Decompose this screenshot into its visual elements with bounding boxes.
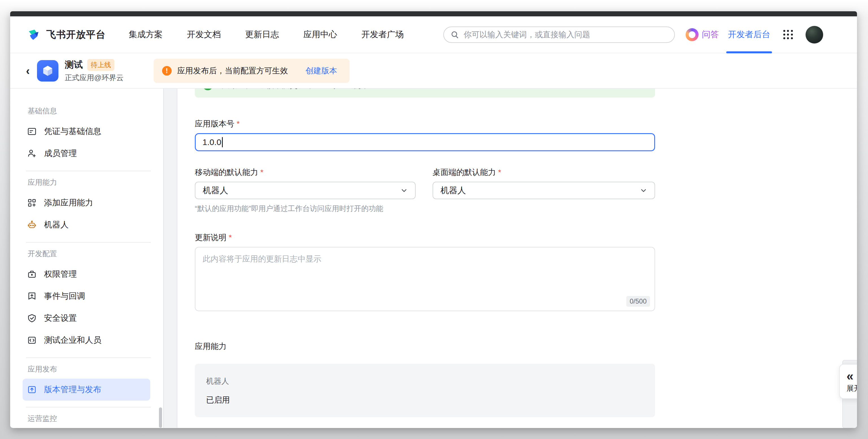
double-chevron-left-icon: « — [846, 370, 853, 382]
sidebar-divider — [26, 242, 151, 243]
nav-app-center[interactable]: 应用中心 — [303, 29, 337, 40]
update-notes-label: 更新说明* — [195, 232, 655, 243]
sidebar-section-capabilities: 应用能力 — [28, 177, 163, 187]
success-banner-text: 本次发布免审核，提交发布后即可上线使用 — [219, 89, 369, 91]
text-cursor — [222, 137, 223, 147]
char-counter: 0/500 — [626, 296, 650, 307]
warning-text: 应用发布后，当前配置方可生效 — [177, 65, 288, 76]
sidebar-item-label: 安全设置 — [44, 313, 77, 324]
briefcase-icon — [27, 269, 37, 279]
developer-console-label: 开发者后台 — [728, 29, 770, 40]
user-avatar[interactable] — [805, 26, 824, 44]
nav-links: 集成方案 开发文档 更新日志 应用中心 开发者广场 — [129, 29, 404, 40]
nav-integration[interactable]: 集成方案 — [129, 29, 163, 40]
search-icon — [451, 31, 459, 39]
nav-changelog[interactable]: 更新日志 — [245, 29, 279, 40]
default-capability-row: 移动端的默认能力* 机器人 “默认的应用功能”即用户通过工作台访问应用时打开的功… — [195, 167, 655, 213]
version-field-label: 应用版本号* — [195, 119, 655, 129]
brand-title: 飞书开放平台 — [46, 28, 105, 41]
qa-entry[interactable]: 问答 — [686, 28, 719, 41]
id-card-icon — [27, 127, 37, 136]
create-version-link[interactable]: 创建版本 — [306, 65, 337, 76]
sidebar-item-label: 添加应用能力 — [44, 197, 93, 208]
version-input-value: 1.0.0 — [203, 137, 221, 147]
publish-warning-banner: ! 应用发布后，当前配置方可生效 创建版本 — [154, 59, 349, 83]
publish-arrow-icon — [27, 385, 37, 395]
event-callback-icon — [27, 292, 37, 301]
search-input[interactable] — [464, 30, 668, 39]
sidebar-item-label: 测试企业和人员 — [44, 335, 101, 346]
sidebar-item-members[interactable]: 成员管理 — [23, 142, 150, 165]
body-row: 基础信息 凭证与基础信息 成员管理 应用能力 添加应用 — [10, 89, 857, 428]
sidebar-item-bot[interactable]: 机器人 — [23, 214, 150, 236]
code-brackets-icon — [27, 335, 37, 345]
top-navigation: 飞书开放平台 集成方案 开发文档 更新日志 应用中心 开发者广场 问答 开发者后… — [10, 16, 857, 53]
check-circle-icon: ✓ — [203, 89, 213, 90]
mobile-capability-label: 移动端的默认能力* — [195, 167, 416, 178]
sidebar-item-label: 事件与回调 — [44, 291, 85, 302]
feishu-logo-icon — [26, 27, 42, 43]
status-badge: 待上线 — [87, 59, 114, 71]
tab-developer-console[interactable]: 开发者后台 — [726, 16, 772, 53]
mobile-capability-value: 机器人 — [203, 185, 228, 196]
apps-add-icon — [27, 198, 37, 208]
desktop-capability-label: 桌面端的默认能力* — [433, 167, 655, 178]
nav-docs[interactable]: 开发文档 — [187, 29, 221, 40]
required-asterisk: * — [498, 168, 501, 177]
expand-panel-button[interactable]: « 展开 — [839, 364, 857, 399]
sidebar-item-label: 版本管理与发布 — [44, 384, 101, 395]
brand[interactable]: 飞书开放平台 — [26, 27, 105, 43]
sidebar-scrollbar-thumb[interactable] — [159, 407, 162, 428]
app-meta: 测试 待上线 正式应用@环界云 — [65, 59, 123, 83]
expand-label: 展开 — [846, 383, 857, 393]
panel-resize-gutter[interactable] — [164, 89, 177, 428]
release-success-banner: ✓ 本次发布免审核，提交发布后即可上线使用 — [195, 89, 655, 98]
sidebar-section-dev-config: 开发配置 — [28, 249, 163, 259]
sidebar-item-label: 成员管理 — [44, 148, 77, 159]
sidebar-divider — [26, 407, 151, 407]
desktop-capability-select[interactable]: 机器人 — [433, 182, 655, 199]
user-plus-icon — [27, 149, 37, 158]
global-search[interactable] — [443, 27, 675, 43]
required-asterisk: * — [229, 233, 232, 242]
mobile-capability-select[interactable]: 机器人 — [195, 182, 416, 199]
sidebar-section-release: 应用发布 — [28, 364, 163, 374]
robot-icon — [27, 220, 37, 230]
update-notes-placeholder: 此内容将于应用的更新日志中显示 — [203, 255, 321, 263]
chevron-down-icon — [400, 187, 408, 194]
sidebar-section-basic-info: 基础信息 — [28, 106, 163, 116]
sidebar-item-events[interactable]: 事件与回调 — [23, 285, 150, 307]
shield-check-icon — [27, 313, 37, 323]
chevron-down-icon — [640, 187, 647, 194]
nav-dev-plaza[interactable]: 开发者广场 — [362, 29, 404, 40]
sidebar-item-security[interactable]: 安全设置 — [23, 307, 150, 329]
back-button[interactable]: ‹ — [26, 65, 30, 76]
update-notes-textarea[interactable]: 此内容将于应用的更新日志中显示 0/500 — [195, 247, 655, 311]
capability-helper-text: “默认的应用功能”即用户通过工作台访问应用时打开的功能 — [195, 204, 416, 213]
sidebar: 基础信息 凭证与基础信息 成员管理 应用能力 添加应用 — [10, 89, 163, 428]
sidebar-divider — [26, 358, 151, 358]
app-icon — [37, 60, 58, 81]
sidebar-item-add-capability[interactable]: 添加应用能力 — [23, 192, 150, 214]
app-title: 测试 — [65, 59, 83, 71]
apps-grid-icon[interactable] — [783, 30, 793, 39]
version-input[interactable]: 1.0.0 — [195, 133, 655, 151]
capability-summary-box: 机器人 已启用 — [195, 364, 655, 417]
sidebar-item-credentials[interactable]: 凭证与基础信息 — [23, 121, 150, 142]
sidebar-item-label: 凭证与基础信息 — [44, 126, 101, 137]
qa-label: 问答 — [702, 29, 719, 40]
sidebar-item-permissions[interactable]: 权限管理 — [23, 263, 150, 285]
nav-right-cluster: 问答 开发者后台 — [686, 16, 824, 53]
sidebar-item-version-release[interactable]: 版本管理与发布 — [23, 379, 150, 401]
sidebar-section-monitoring: 运营监控 — [28, 414, 163, 424]
app-subtitle: 正式应用@环界云 — [65, 73, 123, 83]
active-tab-underline — [726, 52, 772, 53]
sidebar-item-label: 权限管理 — [44, 269, 77, 280]
warning-icon: ! — [162, 66, 172, 76]
capability-status: 已启用 — [206, 395, 644, 405]
capability-section-heading: 应用能力 — [195, 341, 655, 352]
sidebar-item-test-org[interactable]: 测试企业和人员 — [23, 329, 150, 351]
sidebar-divider — [26, 171, 151, 171]
capability-name: 机器人 — [206, 376, 644, 386]
required-asterisk: * — [260, 168, 264, 177]
